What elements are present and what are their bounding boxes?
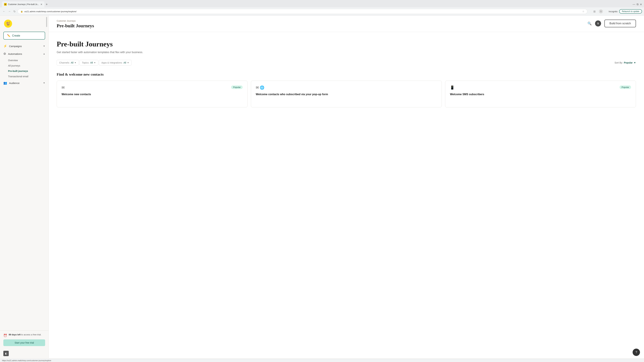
- audience-label: Audience: [9, 82, 41, 84]
- section-title: Find & welcome new contacts: [57, 72, 636, 77]
- build-from-scratch-button[interactable]: Build from scratch: [604, 19, 636, 27]
- extensions-button[interactable]: ⊞: [593, 9, 596, 14]
- main-heading: Pre-built Journeys: [57, 40, 636, 48]
- page-header: Customer Journeys Pre-built Journeys 🔍 S…: [49, 15, 644, 32]
- close-button[interactable]: ✕: [640, 3, 642, 6]
- sidebar-item-transactional-email[interactable]: Transactional email: [8, 74, 48, 79]
- trial-info: ⏰ 89 days left to access a free trial.: [3, 333, 45, 337]
- active-tab[interactable]: M Customer Journeys | Pre-built Jo... ✕: [2, 1, 44, 7]
- apps-filter[interactable]: Apps & Integrations: All ▼: [99, 60, 132, 65]
- card-icons-1: ✉: [62, 85, 64, 90]
- audience-icon: 👥: [3, 81, 7, 85]
- trial-text: 89 days left to access a free trial.: [9, 333, 41, 336]
- sidebar: 🐒 ✏️ Create ⚡ Campaigns ▼ ⚙ Automations …: [0, 15, 49, 358]
- sidebar-item-audience[interactable]: 👥 Audience ▼: [0, 79, 48, 87]
- app-container: 🐒 ✏️ Create ⚡ Campaigns ▼ ⚙ Automations …: [0, 15, 644, 358]
- sidebar-footer: ⏰ 89 days left to access a free trial. S…: [0, 331, 48, 349]
- new-tab-button[interactable]: +: [44, 2, 49, 7]
- toolbar-right: ⊞ S Incognito Relaunch to update: [589, 9, 642, 14]
- clock-icon: ⏰: [3, 334, 7, 337]
- sidebar-item-campaigns[interactable]: ⚡ Campaigns ▼: [0, 42, 48, 50]
- incognito-label: Incognito: [608, 10, 618, 13]
- restore-button[interactable]: ⧉: [636, 3, 638, 6]
- popular-badge-1: Popular: [231, 85, 243, 89]
- email-icon: ✉: [62, 85, 64, 90]
- topics-label: Topics:: [82, 61, 90, 64]
- sidebar-item-automations[interactable]: ⚙ Automations ▲: [0, 50, 48, 58]
- url-text: us21.admin.mailchimp.com/customer-journe…: [24, 10, 581, 13]
- topics-chevron-icon: ▼: [94, 62, 96, 64]
- tab-bar: M Customer Journeys | Pre-built Jo... ✕ …: [0, 0, 644, 7]
- create-button[interactable]: ✏️ Create: [3, 32, 45, 39]
- topics-value: All: [90, 61, 93, 64]
- start-trial-button[interactable]: Start your free trial: [3, 339, 45, 346]
- channels-filter[interactable]: Channels: All ▼: [57, 60, 79, 65]
- content-body: Pre-built Journeys Get started faster wi…: [49, 32, 644, 113]
- channels-label: Channels:: [59, 61, 70, 64]
- card-title-2: Welcome contacts who subscribed via your…: [256, 92, 437, 96]
- card-top-3: 📱 Popular: [450, 85, 631, 90]
- address-bar[interactable]: 🔒 us21.admin.mailchimp.com/customer-jour…: [18, 9, 587, 14]
- sidebar-item-all-journeys[interactable]: All journeys: [8, 63, 48, 68]
- sidebar-item-prebuilt-journeys[interactable]: Pre-built journeys: [8, 68, 48, 74]
- window-controls: — ⧉ ✕: [632, 3, 642, 6]
- campaigns-label: Campaigns: [9, 45, 41, 48]
- header-title-area: Customer Journeys Pre-built Journeys: [57, 19, 94, 28]
- create-label: Create: [12, 34, 20, 37]
- tab-close-button[interactable]: ✕: [40, 3, 42, 6]
- bookmark-icon[interactable]: ☆: [582, 10, 584, 13]
- help-button[interactable]: ?: [632, 349, 640, 356]
- apps-chevron-icon: ▼: [127, 62, 129, 64]
- card-title-1: Welcome new contacts: [62, 92, 243, 96]
- topics-filter[interactable]: Topics: All ▼: [80, 60, 98, 65]
- page-description: Get started faster with automation templ…: [57, 51, 636, 54]
- card-top-1: ✉ Popular: [62, 85, 243, 90]
- lock-icon: 🔒: [20, 10, 23, 12]
- sidebar-item-overview[interactable]: Overview: [8, 58, 48, 63]
- automations-icon: ⚙: [3, 52, 6, 56]
- chevron-down-icon: ▼: [43, 45, 45, 47]
- back-button[interactable]: ←: [2, 9, 6, 13]
- card-icons-3: 📱: [450, 85, 454, 90]
- sidebar-logo: 🐒: [0, 15, 48, 30]
- sidebar-toggle-icon[interactable]: ◧: [3, 351, 9, 356]
- refresh-button[interactable]: ↻: [13, 9, 16, 14]
- forward-button[interactable]: →: [8, 9, 12, 13]
- campaigns-icon: ⚡: [3, 44, 7, 48]
- sort-chevron-icon[interactable]: ▼: [634, 61, 636, 64]
- user-avatar[interactable]: S: [595, 20, 601, 26]
- chevron-down-icon-audience: ▼: [43, 82, 45, 84]
- email-icon-2: ✉: [256, 85, 259, 90]
- sort-value[interactable]: Popular: [624, 61, 632, 64]
- filters-row: Channels: All ▼ Topics: All ▼ Apps & Int…: [57, 60, 636, 65]
- scroll-indicator: [46, 17, 47, 27]
- tab-favicon: M: [4, 3, 7, 6]
- sidebar-bottom-area: ◧: [0, 349, 48, 358]
- card-icons-2: ✉ 🌐: [256, 85, 264, 90]
- journey-card-popup[interactable]: ✉ 🌐 Welcome contacts who subscribed via …: [251, 81, 442, 107]
- popular-badge-3: Popular: [620, 85, 631, 89]
- web-icon: 🌐: [260, 85, 264, 90]
- header-actions: 🔍 S Build from scratch: [588, 19, 636, 27]
- minimize-button[interactable]: —: [632, 3, 635, 6]
- journey-card-welcome-new[interactable]: ✉ Popular Welcome new contacts: [57, 81, 248, 107]
- breadcrumb[interactable]: Customer Journeys: [57, 19, 94, 22]
- channels-value: All: [71, 61, 74, 64]
- search-button[interactable]: 🔍: [588, 21, 592, 25]
- journey-card-sms[interactable]: 📱 Popular Welcome SMS subscribers: [445, 81, 636, 107]
- pencil-icon: ✏️: [7, 34, 10, 37]
- apps-label: Apps & Integrations:: [102, 61, 122, 64]
- extension-icon: S: [599, 9, 603, 13]
- chevron-up-icon: ▲: [43, 53, 45, 55]
- tab-title: Customer Journeys | Pre-built Jo...: [8, 3, 39, 5]
- main-content: Customer Journeys Pre-built Journeys 🔍 S…: [49, 15, 644, 358]
- question-mark-icon: ?: [636, 351, 637, 354]
- browser-chrome: M Customer Journeys | Pre-built Jo... ✕ …: [0, 0, 644, 15]
- sort-label: Sort By:: [614, 61, 623, 64]
- journey-cards-grid: ✉ Popular Welcome new contacts ✉ 🌐 Welc: [57, 81, 636, 107]
- relaunch-button[interactable]: Relaunch to update: [619, 9, 642, 13]
- automations-subnav: Overview All journeys Pre-built journeys…: [0, 58, 48, 79]
- apps-value: All: [124, 61, 126, 64]
- browser-toolbar-icons: ⊞ S: [589, 9, 607, 14]
- mailchimp-logo[interactable]: 🐒: [4, 19, 12, 28]
